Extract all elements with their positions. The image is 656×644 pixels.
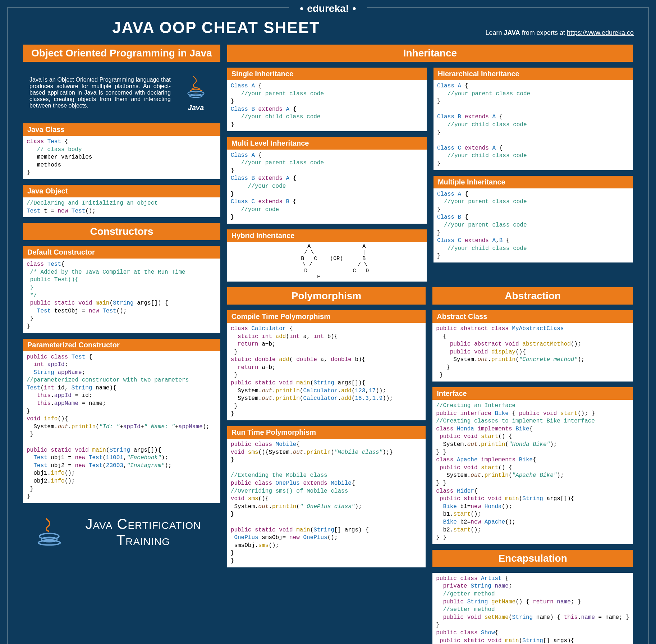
- card-interface: Interface //Creating an Interface public…: [432, 387, 634, 545]
- header-constructors: Constructors: [22, 222, 221, 241]
- card-run-poly: Run Time Polymorphism public class Mobil…: [226, 425, 426, 568]
- card-java-class: Java Class class Test { // class body me…: [22, 123, 221, 180]
- card-compile-poly: Compile Time Polymorphism class Calculat…: [226, 310, 426, 421]
- header-polymorphism: Polymorphism: [226, 287, 426, 305]
- header-oop: Object Oriented Programming in Java: [22, 44, 221, 63]
- java-logo-icon: Java: [178, 73, 214, 112]
- card-multilevel-inh: Multi Level Inheritance Class A { //your…: [226, 136, 427, 224]
- header-inheritance: Inheritance: [226, 44, 634, 63]
- intro-box: Java is an Object Oriented Programming l…: [22, 67, 221, 118]
- cert-title: Java Certification Training: [76, 516, 210, 548]
- card-encapsulation: public class Artist { private String nam…: [432, 572, 634, 644]
- intro-text: Java is an Object Oriented Programming l…: [29, 77, 171, 109]
- page-title: JAVA OOP CHEAT SHEET: [112, 19, 320, 37]
- cert-banner: Java Certification Training: [22, 508, 221, 556]
- java-cup-icon: [33, 515, 65, 549]
- card-abstract-class: Abstract Class public abstract class MyA…: [432, 310, 634, 382]
- header-abstraction: Abstraction: [432, 287, 634, 305]
- card-param-constructor: Parameterized Constructor public class T…: [22, 338, 221, 504]
- header-encapsulation: Encapsulation: [432, 549, 634, 568]
- learn-link[interactable]: https://www.edureka.co: [567, 29, 634, 36]
- card-default-constructor: Default Constructor class Test{ /* Added…: [22, 245, 221, 333]
- card-hier-inh: Hierarchical Inheritance Class A { //you…: [433, 67, 634, 171]
- card-single-inh: Single Inheritance Class A { //your pare…: [226, 67, 427, 132]
- card-java-object: Java Object //Declaring and Initializing…: [22, 184, 221, 218]
- card-hybrid-inh: Hybrid Inheritance A A / \ | B C (OR) B …: [226, 229, 427, 282]
- brand-label: edureka!: [289, 3, 367, 14]
- card-multiple-inh: Multiple Inheritance Class A { //your pa…: [433, 175, 634, 263]
- learn-line: Learn JAVA from experts at https://www.e…: [485, 29, 634, 37]
